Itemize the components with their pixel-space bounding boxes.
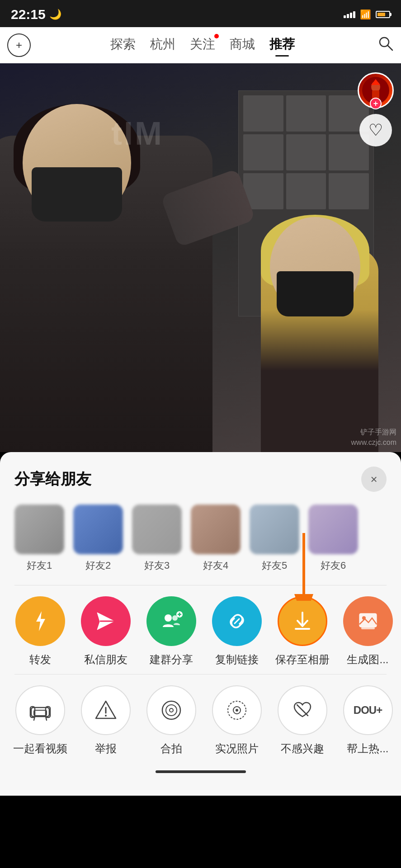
status-right: 📶 — [344, 9, 390, 20]
live-icon — [225, 698, 249, 722]
action-group-share[interactable]: 建群分享 — [138, 596, 204, 667]
friend-item[interactable]: 好友3 — [132, 505, 182, 572]
friend-name-4: 好友4 — [203, 559, 228, 572]
svg-point-32 — [170, 708, 173, 712]
battery-fill — [377, 13, 385, 16]
status-left: 22:15 🌙 — [11, 7, 61, 22]
save-album-label: 保存至相册 — [275, 652, 330, 667]
collab-label: 合拍 — [160, 741, 182, 756]
friend-item[interactable]: 好友5 — [250, 505, 299, 572]
building-panels — [239, 91, 373, 214]
report-label: 举报 — [95, 741, 117, 756]
friend-avatar-3 — [132, 505, 182, 554]
svg-point-10 — [165, 614, 172, 622]
friend-name-5: 好友5 — [262, 559, 287, 572]
live-photo-icon — [212, 685, 262, 735]
home-indicator — [156, 770, 246, 773]
nav-bar: + 探索 杭州 关注 商城 推荐 — [0, 27, 401, 63]
duet-icon — [160, 698, 183, 722]
friend-name-6: 好友6 — [321, 559, 346, 572]
nav-tabs: 探索 杭州 关注 商城 推荐 — [31, 36, 374, 55]
watch-together-label: 一起看视频 — [13, 741, 67, 756]
collab-icon — [146, 685, 196, 735]
svg-point-29 — [105, 715, 107, 717]
share-title: 分享给朋友 — [14, 469, 91, 490]
dm-icon — [81, 596, 131, 646]
share-panel: 分享给朋友 × 好友1 好友2 好友3 好友4 好友5 好友6 — [0, 452, 401, 796]
not-interested-icon — [278, 685, 327, 735]
friends-row: 好友1 好友2 好友3 好友4 好友5 好友6 — [0, 501, 401, 583]
friend-name-3: 好友3 — [144, 559, 170, 572]
action-generate-image[interactable]: 生成图... — [335, 596, 394, 667]
friend-item[interactable]: 好友6 — [308, 505, 358, 572]
svg-marker-7 — [36, 611, 45, 631]
panel — [243, 95, 283, 132]
tab-recommend[interactable]: 推荐 — [269, 36, 295, 55]
friend-avatar-6 — [308, 505, 358, 554]
status-bar: 22:15 🌙 📶 — [0, 0, 401, 27]
tab-follow[interactable]: 关注 — [190, 36, 215, 55]
action-report[interactable]: 举报 — [73, 685, 138, 756]
share-header: 分享给朋友 × — [0, 452, 401, 501]
action-copy-link[interactable]: 复制链接 — [204, 596, 269, 667]
download-icon — [290, 609, 315, 633]
follow-plus-button[interactable]: + — [370, 98, 382, 109]
tab-hangzhou[interactable]: 杭州 — [150, 36, 175, 55]
signal-icon — [344, 11, 355, 18]
svg-point-30 — [162, 701, 180, 719]
not-interested-label: 不感兴趣 — [281, 741, 324, 756]
save-album-icon — [278, 596, 327, 646]
action-dm[interactable]: 私信朋友 — [73, 596, 138, 667]
tim-watermark: tIM — [111, 115, 164, 152]
generate-image-icon — [343, 596, 393, 646]
dm-label: 私信朋友 — [84, 652, 127, 667]
svg-rect-20 — [361, 627, 375, 629]
follow-dot — [214, 34, 219, 38]
friend-item[interactable]: 好友2 — [73, 505, 123, 572]
person-left — [0, 108, 240, 452]
group-icon — [159, 609, 184, 633]
repost-label: 转发 — [29, 652, 51, 667]
sofa-icon — [28, 698, 52, 722]
action-repost[interactable]: 转发 — [7, 596, 73, 667]
action-collab[interactable]: 合拍 — [138, 685, 204, 756]
wifi-icon: 📶 — [360, 9, 371, 20]
generate-image-label: 生成图... — [347, 652, 388, 667]
site-watermark: 铲子手游网www.czjc.com — [351, 427, 396, 448]
panel — [286, 173, 326, 209]
action-watch-together[interactable]: 一起看视频 — [7, 685, 73, 756]
action-dou-plus[interactable]: DOU+ 帮上热... — [335, 685, 394, 756]
friend-item[interactable]: 好友1 — [14, 505, 64, 572]
copy-link-label: 复制链接 — [215, 652, 259, 667]
friend-name-2: 好友2 — [85, 559, 111, 572]
live-photo-label: 实况照片 — [215, 741, 259, 756]
add-button[interactable]: + — [7, 33, 31, 57]
friend-item[interactable]: 好友4 — [191, 505, 241, 572]
panel — [286, 134, 326, 170]
like-button[interactable]: ♡ — [359, 114, 392, 146]
panel — [286, 95, 326, 132]
action-save-album[interactable]: 保存至相册 — [269, 596, 335, 667]
tab-mall[interactable]: 商城 — [230, 36, 255, 55]
video-area[interactable]: + ♡ tIM 铲子手游网www.czjc.com — [0, 63, 401, 452]
friend-avatar-1 — [14, 505, 64, 554]
search-button[interactable] — [377, 35, 394, 55]
dou-plus-label: 帮上热... — [347, 741, 388, 756]
divider-2 — [14, 674, 387, 675]
svg-rect-22 — [34, 710, 47, 716]
friend-avatar-4 — [191, 505, 241, 554]
tab-explore[interactable]: 探索 — [110, 36, 136, 55]
dou-plus-icon: DOU+ — [343, 685, 393, 735]
close-button[interactable]: × — [361, 467, 387, 492]
svg-point-31 — [166, 705, 177, 716]
action-live-photo[interactable]: 实况照片 — [204, 685, 269, 756]
divider-1 — [14, 585, 387, 585]
image-icon — [356, 609, 380, 633]
person-right — [252, 217, 387, 452]
send-icon — [94, 609, 118, 633]
svg-point-35 — [236, 709, 238, 712]
friend-name-1: 好友1 — [27, 559, 52, 572]
action-not-interested[interactable]: 不感兴趣 — [269, 685, 335, 756]
copy-link-icon — [212, 596, 262, 646]
panel — [329, 173, 369, 209]
